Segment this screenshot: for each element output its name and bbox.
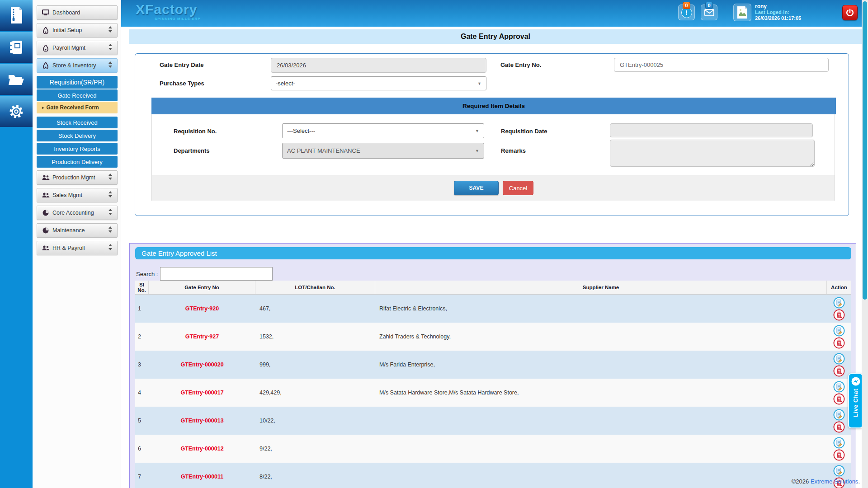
sidebar-item-sales-mgmt[interactable]: Sales Mgmt — [37, 188, 118, 202]
sidebar-item-inventory-reports[interactable]: Inventory Reports — [37, 143, 118, 155]
sidebar-item-maintenance[interactable]: Maintenance — [37, 223, 118, 238]
purchase-types-select[interactable]: -select- ▼ — [271, 76, 486, 90]
cell-gate-entry-no: GTEntry-920 — [149, 295, 255, 323]
list-panel-header: Gate Entry Approved List — [135, 247, 851, 259]
cell-action — [827, 407, 851, 435]
cell-sl-no: 2 — [135, 323, 149, 351]
sidebar-item-production-mgmt[interactable]: Production Mgmt — [37, 170, 118, 185]
notification-button[interactable]: 0 ! — [678, 5, 695, 20]
live-chat-button[interactable]: Live Chat — [848, 373, 863, 428]
table-row: 3 GTEntry-000020 999, M/s Farida Enterpr… — [135, 351, 851, 379]
gate-entry-date-input[interactable] — [271, 58, 486, 73]
folder-icon[interactable] — [0, 64, 33, 95]
sidebar-item-label: Production Mgmt — [51, 174, 108, 181]
sidebar-item-hr-payroll[interactable]: HR & Payroll — [37, 241, 118, 255]
sidebar-item-label: Payroll Mgmt — [51, 45, 108, 51]
messenger-icon — [851, 377, 860, 386]
sidebar-item-stock-delivery[interactable]: Stock Delivery — [37, 130, 118, 141]
required-item-details-panel: Required Item Details Requisition No. --… — [151, 98, 835, 201]
sidebar-item-stock-received[interactable]: Stock Received — [37, 117, 118, 128]
extreme-solutions-link[interactable]: Extreme Solutions — [811, 478, 859, 485]
notebook-icon[interactable] — [0, 32, 33, 63]
last-login-label: Last Loged-in: — [755, 9, 801, 15]
cell-action — [827, 295, 851, 323]
cancel-button[interactable]: Cancel — [503, 181, 533, 195]
pie-chart-icon — [41, 227, 51, 234]
sidebar-item-payroll-mgmt[interactable]: Payroll Mgmt — [37, 41, 118, 55]
edit-button[interactable] — [833, 465, 845, 477]
scrollbar-thumb[interactable] — [863, 1, 867, 300]
app-logo[interactable]: XFactory SPINNING MILLS ERP — [136, 3, 201, 21]
edit-document-icon — [833, 297, 845, 309]
cell-lot-challan: 1532, — [255, 323, 375, 351]
expand-arrows-icon — [108, 44, 113, 52]
departments-select[interactable]: AC PLANT MAINTENANCE ▼ — [282, 143, 484, 159]
copyright-period: . — [858, 478, 860, 485]
monitor-icon — [41, 9, 51, 16]
delete-button[interactable] — [833, 421, 845, 433]
live-chat-label: Live Chat — [852, 389, 859, 417]
main-content: XFactory SPINNING MILLS ERP 0 ! 0 — [121, 0, 868, 488]
expand-arrows-icon — [108, 61, 113, 70]
page-scrollbar[interactable] — [862, 0, 868, 488]
gear-icon[interactable] — [0, 96, 33, 127]
icon-strip — [0, 0, 33, 488]
remarks-textarea[interactable] — [610, 140, 815, 167]
delete-button[interactable] — [833, 309, 845, 321]
edit-button[interactable] — [833, 409, 845, 421]
app-logo-title: XFactory — [136, 3, 201, 16]
sidebar-item-core-accounting[interactable]: Core Accounting — [37, 206, 118, 220]
zip-document-icon[interactable] — [0, 0, 33, 31]
cell-sl-no: 4 — [135, 379, 149, 407]
search-input[interactable] — [160, 267, 273, 281]
remarks-label: Remarks — [501, 147, 526, 154]
save-button[interactable]: SAVE — [454, 181, 499, 195]
delete-button[interactable] — [833, 365, 845, 377]
edit-button[interactable] — [833, 325, 845, 337]
sidebar-item-label: Maintenance — [51, 227, 108, 234]
gate-entry-no-input[interactable] — [614, 58, 829, 72]
trash-icon — [833, 309, 845, 321]
people-icon — [41, 192, 51, 198]
cell-lot-challan: 467, — [255, 295, 375, 323]
sidebar-item-gate-received-form[interactable]: ▸ Gate Received Form — [37, 102, 118, 113]
sidebar-item-store-inventory[interactable]: Store & Inventory — [37, 58, 118, 73]
edit-button[interactable] — [833, 297, 845, 309]
sidebar-item-requisition[interactable]: Requisition(SR/PR) — [37, 76, 118, 89]
mail-button[interactable]: 0 — [701, 5, 717, 20]
sidebar-item-initial-setup[interactable]: Initial Setup — [37, 23, 118, 38]
expand-arrows-icon — [108, 191, 113, 199]
gear-icon — [7, 103, 25, 121]
cell-action — [827, 323, 851, 351]
table-body: 1 GTEntry-920 467, Rifat Electric & Elec… — [135, 295, 851, 488]
sidebar-item-label: Inventory Reports — [54, 145, 100, 152]
requisition-date-label: Requisition Date — [501, 128, 547, 135]
column-header-lot-challan: LOT/Challan No. — [255, 281, 375, 294]
sidebar-item-label: Requisition(SR/PR) — [50, 79, 104, 86]
edit-document-icon — [833, 437, 845, 449]
logout-power-button[interactable] — [842, 5, 858, 20]
sidebar-item-label: Sales Mgmt — [51, 192, 108, 198]
delete-button[interactable] — [833, 393, 845, 405]
delete-button[interactable] — [833, 337, 845, 349]
cell-gate-entry-no: GTEntry-000020 — [149, 351, 255, 379]
requisition-no-select[interactable]: ---Select--- ▼ — [282, 123, 484, 138]
bullet-right-icon: ▸ — [42, 105, 44, 110]
list-panel-title: Gate Entry Approved List — [142, 249, 217, 257]
sidebar-item-dashboard[interactable]: Dashboard — [37, 5, 118, 20]
cell-gate-entry-no: GTEntry-000012 — [149, 435, 255, 463]
sidebar-item-gate-received[interactable]: Gate Received — [37, 89, 118, 101]
table-row: 4 GTEntry-000017 429,429, M/s Satata Har… — [135, 379, 851, 407]
sidebar-item-label: Stock Received — [57, 119, 97, 126]
requisition-date-input[interactable] — [610, 123, 813, 137]
edit-button[interactable] — [833, 437, 845, 449]
requisition-no-value: ---Select--- — [287, 127, 475, 134]
delete-button[interactable] — [833, 449, 845, 461]
app-logo-subtitle: SPINNING MILLS ERP — [136, 17, 201, 21]
cell-lot-challan: 9/22, — [255, 435, 375, 463]
edit-button[interactable] — [833, 353, 845, 365]
user-avatar[interactable] — [733, 4, 751, 21]
edit-button[interactable] — [833, 381, 845, 393]
sidebar-item-production-delivery[interactable]: Production Delivery — [37, 156, 118, 168]
chevron-down-icon: ▼ — [477, 81, 481, 86]
